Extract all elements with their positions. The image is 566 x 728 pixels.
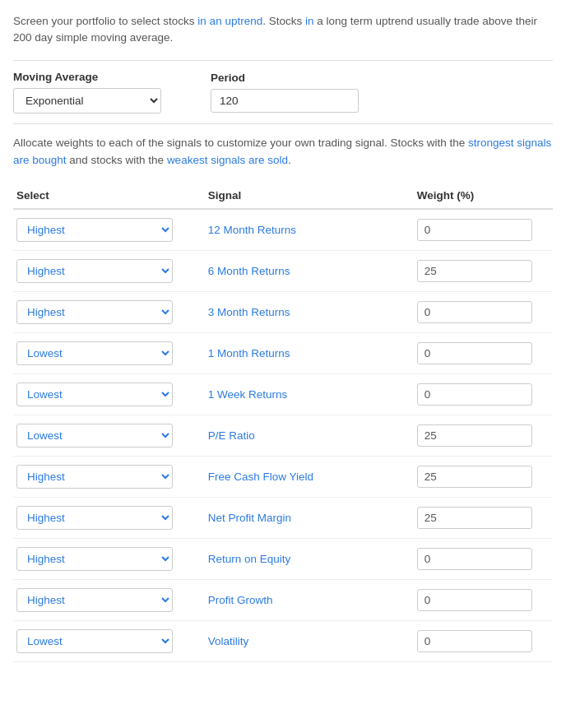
table-row: HighestLowestVolatility	[13, 620, 553, 661]
signal-name: 6 Month Returns	[208, 265, 290, 277]
signal-cell: Free Cash Flow Yield	[205, 456, 414, 497]
select-cell: HighestLowest	[13, 332, 205, 373]
signal-name: Profit Growth	[208, 594, 273, 606]
header-select: Select	[13, 183, 205, 209]
select-cell: HighestLowest	[13, 456, 205, 497]
signal-cell: 1 Week Returns	[205, 373, 414, 415]
select-dropdown-6[interactable]: HighestLowest	[16, 465, 173, 489]
select-dropdown-2[interactable]: HighestLowest	[16, 300, 173, 324]
moving-average-section: Moving Average Exponential Simple Period	[13, 71, 553, 114]
weight-cell	[414, 415, 553, 456]
weight-cell	[414, 209, 553, 251]
header-signal: Signal	[205, 183, 414, 209]
weight-cell	[414, 538, 553, 579]
form-row: Moving Average Exponential Simple Period	[13, 71, 553, 114]
select-cell: HighestLowest	[13, 415, 205, 456]
weight-input-6[interactable]	[417, 466, 532, 488]
signal-cell: 1 Month Returns	[205, 332, 414, 373]
weight-cell	[414, 250, 553, 291]
signal-name: 1 Week Returns	[208, 388, 288, 401]
allocate-text: Allocate weights to each of the signals …	[13, 134, 553, 169]
moving-average-label: Moving Average	[13, 71, 161, 83]
signal-name: 3 Month Returns	[208, 306, 290, 318]
select-dropdown-5[interactable]: HighestLowest	[16, 424, 173, 447]
allocate-highlight-sold: weakest signals are sold	[167, 154, 288, 166]
table-row: HighestLowest12 Month Returns	[13, 209, 553, 251]
signal-cell: Volatility	[205, 620, 414, 661]
select-dropdown-4[interactable]: HighestLowest	[16, 383, 173, 406]
signal-name: Volatility	[208, 635, 249, 647]
select-dropdown-1[interactable]: HighestLowest	[16, 259, 173, 283]
signal-cell: P/E Ratio	[205, 415, 414, 456]
weight-cell	[414, 456, 553, 497]
weight-cell	[414, 497, 553, 538]
select-dropdown-3[interactable]: HighestLowest	[16, 341, 173, 365]
table-row: HighestLowest3 Month Returns	[13, 291, 553, 332]
signal-name: P/E Ratio	[208, 429, 255, 442]
signal-cell: 6 Month Returns	[205, 250, 414, 291]
intro-link-in[interactable]: in	[305, 15, 314, 27]
select-dropdown-9[interactable]: HighestLowest	[16, 588, 173, 612]
signal-cell: 12 Month Returns	[205, 209, 414, 251]
period-group: Period	[211, 72, 359, 113]
select-cell: HighestLowest	[13, 579, 205, 620]
table-row: HighestLowestReturn on Equity	[13, 538, 553, 579]
weight-input-4[interactable]	[417, 383, 532, 406]
weight-input-10[interactable]	[417, 630, 532, 652]
weight-input-2[interactable]	[417, 301, 532, 323]
moving-average-group: Moving Average Exponential Simple	[13, 71, 161, 114]
weight-input-9[interactable]	[417, 589, 532, 611]
signal-name: 1 Month Returns	[208, 347, 290, 359]
select-cell: HighestLowest	[13, 209, 205, 251]
weight-cell	[414, 291, 553, 332]
weight-input-3[interactable]	[417, 342, 532, 364]
table-row: HighestLowestP/E Ratio	[13, 415, 553, 456]
select-cell: HighestLowest	[13, 497, 205, 538]
select-dropdown-0[interactable]: HighestLowest	[16, 218, 173, 242]
divider-top	[13, 60, 553, 61]
table-row: HighestLowest1 Week Returns	[13, 373, 553, 415]
select-cell: HighestLowest	[13, 250, 205, 291]
weight-input-8[interactable]	[417, 548, 532, 570]
select-cell: HighestLowest	[13, 538, 205, 579]
weight-input-5[interactable]	[417, 424, 532, 447]
signal-name: Net Profit Margin	[208, 512, 291, 524]
signal-cell: Return on Equity	[205, 538, 414, 579]
weight-input-1[interactable]	[417, 260, 532, 282]
signal-cell: Profit Growth	[205, 579, 414, 620]
table-header-row: Select Signal Weight (%)	[13, 183, 553, 209]
weight-cell	[414, 373, 553, 415]
table-row: HighestLowestNet Profit Margin	[13, 497, 553, 538]
intro-link-uptrend[interactable]: in an uptrend	[197, 15, 262, 27]
weight-input-7[interactable]	[417, 507, 532, 529]
period-input[interactable]	[211, 89, 359, 113]
weight-input-0[interactable]	[417, 219, 532, 241]
table-row: HighestLowestProfit Growth	[13, 579, 553, 620]
signal-name: 12 Month Returns	[208, 224, 296, 236]
moving-average-select[interactable]: Exponential Simple	[13, 88, 161, 114]
signal-cell: Net Profit Margin	[205, 497, 414, 538]
intro-text: Screen your portfolio to select stocks i…	[13, 13, 553, 47]
header-weight: Weight (%)	[414, 183, 553, 209]
signal-name: Free Cash Flow Yield	[208, 471, 313, 483]
select-cell: HighestLowest	[13, 620, 205, 661]
weight-cell	[414, 620, 553, 661]
select-cell: HighestLowest	[13, 291, 205, 332]
table-row: HighestLowestFree Cash Flow Yield	[13, 456, 553, 497]
signal-name: Return on Equity	[208, 553, 291, 565]
period-label: Period	[211, 72, 359, 84]
signals-table: Select Signal Weight (%) HighestLowest12…	[13, 183, 553, 662]
select-cell: HighestLowest	[13, 373, 205, 415]
select-dropdown-10[interactable]: HighestLowest	[16, 629, 173, 653]
table-row: HighestLowest6 Month Returns	[13, 250, 553, 291]
signal-cell: 3 Month Returns	[205, 291, 414, 332]
select-dropdown-7[interactable]: HighestLowest	[16, 506, 173, 530]
weight-cell	[414, 579, 553, 620]
table-row: HighestLowest1 Month Returns	[13, 332, 553, 373]
divider-middle	[13, 123, 553, 124]
weight-cell	[414, 332, 553, 373]
select-dropdown-8[interactable]: HighestLowest	[16, 547, 173, 571]
